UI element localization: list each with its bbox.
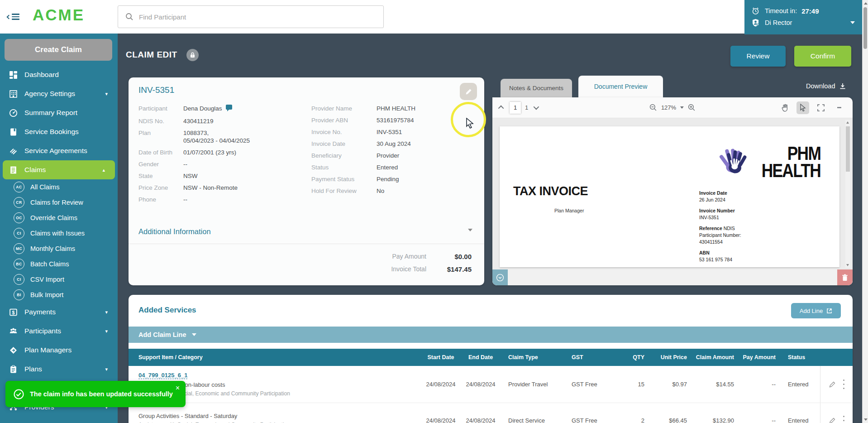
edit-line-button[interactable] (829, 381, 836, 388)
invoice-meta-label: Invoice Date (699, 190, 754, 197)
invoice-meta-block: ABN 53 161 975 784 (699, 250, 754, 263)
fullscreen-button[interactable] (815, 101, 827, 114)
hamburger-icon (12, 12, 19, 21)
sidebar-item[interactable]: Agency Settings ▾ (0, 84, 118, 103)
app-screen: ACME Timeout in: 27:49 Di Rector Create … (0, 0, 868, 423)
collapse-preview-button[interactable] (492, 269, 508, 285)
download-button[interactable]: Download (806, 82, 846, 90)
zoom-dropdown-icon[interactable] (680, 106, 684, 109)
logo-text-line2: HEALTH (761, 162, 820, 179)
field-label: Status (311, 163, 377, 171)
trash-icon (842, 274, 848, 281)
detail-field: Payment Status Pending (311, 175, 474, 183)
row-menu-button[interactable] (843, 379, 844, 390)
create-claim-button[interactable]: Create Claim (5, 39, 112, 61)
add-claim-line-dropdown[interactable]: Add Claim Line (129, 327, 853, 343)
scroll-up-arrow-icon[interactable] (846, 121, 849, 124)
sidebar-item[interactable]: Service Bookings (0, 122, 118, 141)
tab-document-preview[interactable]: Document Preview (578, 76, 663, 97)
sidebar-subitem[interactable]: CI CSV Import (0, 272, 118, 287)
delete-document-button[interactable] (837, 269, 853, 285)
service-row: Group Activities - Standard - Saturday A… (129, 403, 853, 423)
sidebar-item[interactable]: Participants ▾ (0, 322, 118, 341)
unit-price: $66.45 (644, 417, 687, 423)
sidebar-subitem[interactable]: AC All Claims (0, 179, 118, 195)
confirm-button[interactable]: Confirm (794, 46, 851, 67)
sidebar-item[interactable]: $ Payments ▾ (0, 303, 118, 322)
comment-icon[interactable] (226, 105, 233, 113)
window-scrollbar[interactable] (862, 0, 868, 423)
sidebar-item[interactable]: Claims ▴ (3, 160, 115, 179)
search-input[interactable] (139, 13, 376, 21)
tab-notes-documents[interactable]: Notes & Documents (501, 79, 572, 97)
field-value: NSW (183, 172, 198, 180)
sidebar: Create Claim Dashboard Agency Settings ▾… (0, 34, 118, 423)
sidebar-item[interactable]: Plans ▾ (0, 360, 118, 379)
scroll-up-arrow-icon[interactable] (864, 2, 868, 5)
sidebar-subitem[interactable]: MC Monthly Claims (0, 241, 118, 256)
plan-managers-icon (9, 346, 18, 355)
invoice-meta: Invoice Date 26 Jun 2024 Invoice Number … (699, 190, 754, 267)
more-options-button[interactable] (833, 101, 845, 114)
previous-page-icon[interactable] (498, 106, 504, 111)
select-tool-button[interactable] (796, 101, 809, 114)
invoice-meta-value: 53 161 975 784 (699, 257, 732, 262)
zoom-in-icon[interactable] (688, 104, 696, 111)
detail-field: Price Zone NSW - Non-Remote (138, 184, 301, 192)
chevron-down-icon[interactable] (468, 229, 472, 231)
brand-logo: ACME (33, 6, 85, 24)
svg-text:$: $ (12, 309, 15, 315)
sidebar-subitem[interactable]: OC Override Claims (0, 210, 118, 226)
page-number-input[interactable]: 1 (510, 102, 521, 114)
row-menu-button[interactable] (843, 415, 844, 423)
chevron-down-icon[interactable] (850, 21, 855, 24)
invoice-meta-block: Reference NDIS Participant Number: 43041… (699, 225, 754, 245)
edit-line-button[interactable] (829, 417, 836, 423)
subitem-badge: MC (14, 243, 24, 254)
sidebar-item[interactable]: Service Agreements (0, 141, 118, 160)
invoice-subtitle: Plan Manager (554, 208, 584, 213)
field-label: Gender (138, 160, 183, 168)
subitem-badge: CR (14, 197, 24, 208)
chevron-icon: ▾ (105, 309, 108, 315)
pan-tool-button[interactable] (778, 101, 791, 114)
sidebar-subitem[interactable]: BC Batch Claims (0, 256, 118, 272)
pdf-viewport[interactable]: PHM HEALTH TAX INVOICE Plan Manager Invo… (492, 118, 853, 269)
scroll-down-arrow-icon[interactable] (846, 264, 849, 266)
claim-type: Direct Service (501, 417, 559, 423)
pdf-scrollbar[interactable] (845, 120, 850, 268)
sidebar-item[interactable]: Plan Managers (0, 341, 118, 360)
sidebar-collapse-icon[interactable] (7, 11, 21, 23)
invoice-meta-label: Reference (699, 226, 722, 231)
qty: 15 (614, 381, 644, 388)
scrollbar-thumb[interactable] (846, 126, 850, 172)
service-bookings-icon (9, 128, 18, 136)
invoice-logo: PHM HEALTH (717, 140, 820, 179)
field-label: State (138, 172, 183, 180)
sidebar-item[interactable]: Summary Report (0, 103, 118, 122)
review-button[interactable]: Review (730, 46, 786, 67)
status: Entered (776, 381, 820, 388)
user-menu[interactable]: Di Rector (752, 17, 855, 29)
sidebar-item[interactable]: Dashboard (0, 65, 118, 84)
detail-field: Plan 1088373,05/04/2023 - 04/04/2025 (138, 129, 301, 144)
chevron-icon: ▾ (105, 328, 108, 334)
next-page-icon[interactable] (534, 104, 539, 110)
payments-icon: $ (9, 308, 18, 317)
additional-information-toggle[interactable]: Additional Information (138, 227, 211, 236)
session-box: Timeout in: 27:49 Di Rector (744, 0, 862, 34)
sidebar-subitem[interactable]: CI Claims with Issues (0, 226, 118, 241)
field-value: 53161975784 (377, 116, 414, 124)
scroll-down-arrow-icon[interactable] (864, 418, 868, 421)
success-toast: The claim info has been updated successf… (5, 381, 186, 407)
sidebar-subitem[interactable]: CR Claims for Review (0, 195, 118, 210)
add-line-button[interactable]: Add Line (791, 303, 841, 318)
sidebar-nav: Dashboard Agency Settings ▾ Summary Repo… (0, 65, 118, 417)
close-icon[interactable]: × (176, 384, 180, 392)
edit-claim-button[interactable] (460, 83, 477, 100)
support-item-link[interactable]: 04_799_0125_6_1 (138, 372, 187, 379)
scrollbar-thumb[interactable] (863, 7, 867, 49)
zoom-out-icon[interactable] (649, 104, 657, 111)
participant-search[interactable] (118, 5, 384, 28)
sidebar-subitem[interactable]: BI Bulk Import (0, 287, 118, 303)
